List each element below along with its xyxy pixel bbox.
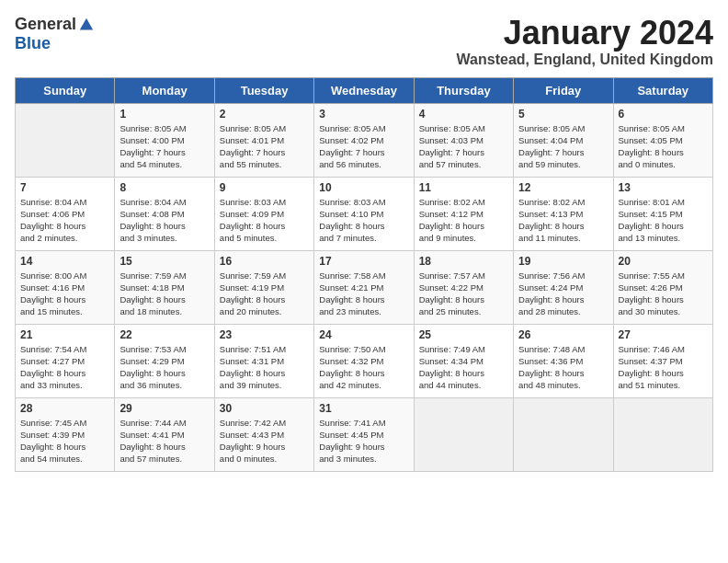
day-number: 31 bbox=[319, 402, 408, 415]
calendar-cell: 23Sunrise: 7:51 AMSunset: 4:31 PMDayligh… bbox=[214, 324, 313, 397]
calendar-cell: 16Sunrise: 7:59 AMSunset: 4:19 PMDayligh… bbox=[214, 250, 313, 324]
calendar-cell: 10Sunrise: 8:03 AMSunset: 4:10 PMDayligh… bbox=[314, 177, 414, 250]
calendar-cell: 1Sunrise: 8:05 AMSunset: 4:00 PMDaylight… bbox=[115, 103, 214, 177]
logo-blue-text: Blue bbox=[15, 34, 51, 53]
cell-info: Sunrise: 8:05 AMSunset: 4:03 PMDaylight:… bbox=[419, 122, 508, 171]
calendar-cell: 3Sunrise: 8:05 AMSunset: 4:02 PMDaylight… bbox=[314, 103, 414, 177]
calendar-cell: 18Sunrise: 7:57 AMSunset: 4:22 PMDayligh… bbox=[414, 250, 513, 324]
header-day-tuesday: Tuesday bbox=[214, 77, 313, 103]
cell-info: Sunrise: 7:56 AMSunset: 4:24 PMDaylight:… bbox=[518, 270, 608, 318]
cell-info: Sunrise: 8:04 AMSunset: 4:08 PMDaylight:… bbox=[119, 196, 209, 245]
day-number: 2 bbox=[220, 108, 309, 121]
day-number: 30 bbox=[220, 402, 309, 415]
cell-info: Sunrise: 8:00 AMSunset: 4:16 PMDaylight:… bbox=[20, 270, 109, 318]
day-number: 20 bbox=[619, 255, 708, 268]
cell-info: Sunrise: 7:59 AMSunset: 4:18 PMDaylight:… bbox=[119, 270, 209, 318]
calendar-cell bbox=[414, 397, 513, 471]
logo-general-text: General bbox=[15, 15, 76, 34]
calendar-cell: 24Sunrise: 7:50 AMSunset: 4:32 PMDayligh… bbox=[314, 324, 414, 397]
week-row-5: 28Sunrise: 7:45 AMSunset: 4:39 PMDayligh… bbox=[16, 397, 713, 471]
logo: General Blue bbox=[15, 15, 95, 53]
calendar-cell: 20Sunrise: 7:55 AMSunset: 4:26 PMDayligh… bbox=[613, 250, 712, 324]
cell-info: Sunrise: 8:05 AMSunset: 4:05 PMDaylight:… bbox=[619, 122, 708, 171]
cell-info: Sunrise: 7:48 AMSunset: 4:36 PMDaylight:… bbox=[518, 343, 608, 392]
day-number: 27 bbox=[619, 328, 708, 341]
day-number: 16 bbox=[220, 255, 309, 268]
cell-info: Sunrise: 8:04 AMSunset: 4:06 PMDaylight:… bbox=[20, 196, 109, 245]
day-number: 1 bbox=[119, 108, 209, 121]
week-row-1: 1Sunrise: 8:05 AMSunset: 4:00 PMDaylight… bbox=[16, 103, 713, 177]
day-number: 25 bbox=[419, 328, 508, 341]
calendar-cell: 8Sunrise: 8:04 AMSunset: 4:08 PMDaylight… bbox=[115, 177, 214, 250]
calendar-cell: 15Sunrise: 7:59 AMSunset: 4:18 PMDayligh… bbox=[115, 250, 214, 324]
week-row-2: 7Sunrise: 8:04 AMSunset: 4:06 PMDaylight… bbox=[16, 177, 713, 250]
cell-info: Sunrise: 8:05 AMSunset: 4:02 PMDaylight:… bbox=[319, 122, 408, 171]
cell-info: Sunrise: 7:45 AMSunset: 4:39 PMDaylight:… bbox=[20, 417, 109, 465]
calendar-cell: 25Sunrise: 7:49 AMSunset: 4:34 PMDayligh… bbox=[414, 324, 513, 397]
day-number: 21 bbox=[20, 328, 109, 341]
day-number: 28 bbox=[20, 402, 109, 415]
header: General Blue January 2024 Wanstead, Engl… bbox=[15, 15, 713, 68]
calendar-cell: 7Sunrise: 8:04 AMSunset: 4:06 PMDaylight… bbox=[16, 177, 115, 250]
month-title: January 2024 bbox=[457, 15, 713, 52]
day-number: 13 bbox=[619, 181, 708, 194]
cell-info: Sunrise: 8:03 AMSunset: 4:09 PMDaylight:… bbox=[220, 196, 309, 245]
calendar-cell: 22Sunrise: 7:53 AMSunset: 4:29 PMDayligh… bbox=[115, 324, 214, 397]
day-number: 14 bbox=[20, 255, 109, 268]
calendar-cell: 17Sunrise: 7:58 AMSunset: 4:21 PMDayligh… bbox=[314, 250, 414, 324]
cell-info: Sunrise: 7:54 AMSunset: 4:27 PMDaylight:… bbox=[20, 343, 109, 392]
calendar-cell: 5Sunrise: 8:05 AMSunset: 4:04 PMDaylight… bbox=[514, 103, 613, 177]
day-number: 24 bbox=[319, 328, 408, 341]
day-number: 7 bbox=[20, 181, 109, 194]
cell-info: Sunrise: 7:55 AMSunset: 4:26 PMDaylight:… bbox=[619, 270, 708, 318]
calendar-cell: 4Sunrise: 8:05 AMSunset: 4:03 PMDaylight… bbox=[414, 103, 513, 177]
header-day-wednesday: Wednesday bbox=[314, 77, 414, 103]
calendar-cell bbox=[613, 397, 712, 471]
header-day-monday: Monday bbox=[115, 77, 214, 103]
cell-info: Sunrise: 8:05 AMSunset: 4:04 PMDaylight:… bbox=[518, 122, 608, 171]
calendar-cell: 9Sunrise: 8:03 AMSunset: 4:09 PMDaylight… bbox=[214, 177, 313, 250]
day-number: 11 bbox=[419, 181, 508, 194]
day-number: 17 bbox=[319, 255, 408, 268]
cell-info: Sunrise: 8:02 AMSunset: 4:12 PMDaylight:… bbox=[419, 196, 508, 245]
cell-info: Sunrise: 7:46 AMSunset: 4:37 PMDaylight:… bbox=[619, 343, 708, 392]
header-day-thursday: Thursday bbox=[414, 77, 513, 103]
cell-info: Sunrise: 8:03 AMSunset: 4:10 PMDaylight:… bbox=[319, 196, 408, 245]
day-number: 18 bbox=[419, 255, 508, 268]
cell-info: Sunrise: 8:02 AMSunset: 4:13 PMDaylight:… bbox=[518, 196, 608, 245]
calendar-cell: 27Sunrise: 7:46 AMSunset: 4:37 PMDayligh… bbox=[613, 324, 712, 397]
calendar-cell: 21Sunrise: 7:54 AMSunset: 4:27 PMDayligh… bbox=[16, 324, 115, 397]
day-number: 12 bbox=[518, 181, 608, 194]
calendar-cell: 11Sunrise: 8:02 AMSunset: 4:12 PMDayligh… bbox=[414, 177, 513, 250]
calendar-body: 1Sunrise: 8:05 AMSunset: 4:00 PMDaylight… bbox=[16, 103, 713, 471]
day-number: 5 bbox=[518, 108, 608, 121]
calendar-cell: 13Sunrise: 8:01 AMSunset: 4:15 PMDayligh… bbox=[613, 177, 712, 250]
calendar-cell bbox=[514, 397, 613, 471]
calendar-table: SundayMondayTuesdayWednesdayThursdayFrid… bbox=[15, 77, 713, 472]
day-number: 6 bbox=[619, 108, 708, 121]
cell-info: Sunrise: 7:44 AMSunset: 4:41 PMDaylight:… bbox=[119, 417, 209, 465]
day-number: 23 bbox=[220, 328, 309, 341]
cell-info: Sunrise: 8:05 AMSunset: 4:01 PMDaylight:… bbox=[220, 122, 309, 171]
week-row-4: 21Sunrise: 7:54 AMSunset: 4:27 PMDayligh… bbox=[16, 324, 713, 397]
svg-marker-0 bbox=[80, 17, 93, 29]
cell-info: Sunrise: 7:49 AMSunset: 4:34 PMDaylight:… bbox=[419, 343, 508, 392]
calendar-cell: 12Sunrise: 8:02 AMSunset: 4:13 PMDayligh… bbox=[514, 177, 613, 250]
header-day-sunday: Sunday bbox=[16, 77, 115, 103]
day-number: 22 bbox=[119, 328, 209, 341]
location-subtitle: Wanstead, England, United Kingdom bbox=[457, 52, 713, 68]
calendar-cell: 6Sunrise: 8:05 AMSunset: 4:05 PMDaylight… bbox=[613, 103, 712, 177]
week-row-3: 14Sunrise: 8:00 AMSunset: 4:16 PMDayligh… bbox=[16, 250, 713, 324]
cell-info: Sunrise: 7:51 AMSunset: 4:31 PMDaylight:… bbox=[220, 343, 309, 392]
day-number: 26 bbox=[518, 328, 608, 341]
day-number: 8 bbox=[119, 181, 209, 194]
cell-info: Sunrise: 8:05 AMSunset: 4:00 PMDaylight:… bbox=[119, 122, 209, 171]
cell-info: Sunrise: 8:01 AMSunset: 4:15 PMDaylight:… bbox=[619, 196, 708, 245]
header-row: SundayMondayTuesdayWednesdayThursdayFrid… bbox=[16, 77, 713, 103]
cell-info: Sunrise: 7:53 AMSunset: 4:29 PMDaylight:… bbox=[119, 343, 209, 392]
day-number: 9 bbox=[220, 181, 309, 194]
day-number: 15 bbox=[119, 255, 209, 268]
cell-info: Sunrise: 7:57 AMSunset: 4:22 PMDaylight:… bbox=[419, 270, 508, 318]
header-day-friday: Friday bbox=[514, 77, 613, 103]
calendar-cell: 19Sunrise: 7:56 AMSunset: 4:24 PMDayligh… bbox=[514, 250, 613, 324]
